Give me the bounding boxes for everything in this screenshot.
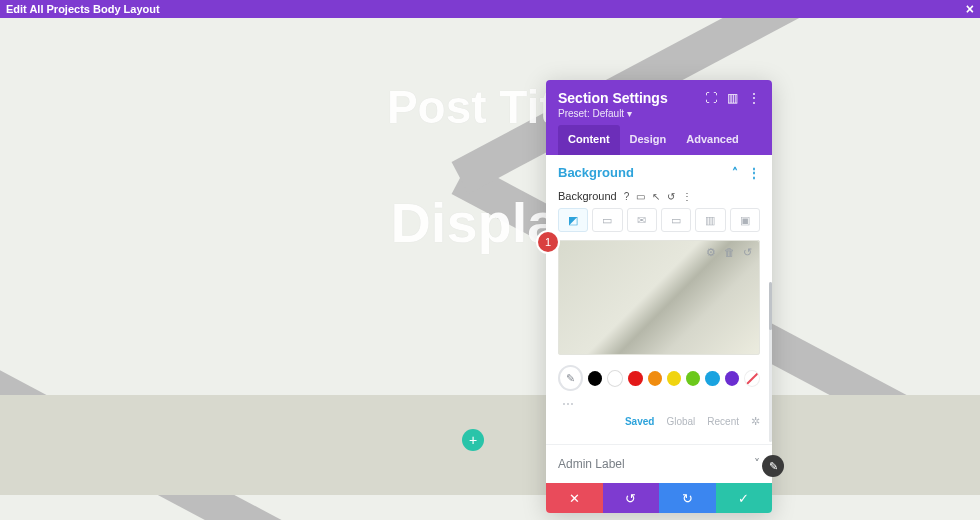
reset-icon[interactable]: ↺ [667,191,675,202]
panel-close-button[interactable]: ✕ [546,483,603,513]
top-bar: Edit All Projects Body Layout × [0,0,980,18]
swatch-blue[interactable] [705,371,719,386]
palette-tab-saved[interactable]: Saved [625,416,654,427]
swatch-green[interactable] [686,371,700,386]
admin-label-title: Admin Label [558,457,625,471]
swatch-none[interactable] [744,370,760,387]
tab-advanced[interactable]: Advanced [676,125,749,155]
palette-more-icon[interactable]: ⋯ [562,397,760,411]
panel-undo-button[interactable]: ↺ [603,483,660,513]
topbar-title: Edit All Projects Body Layout [6,3,160,15]
color-palette: ✎ [558,365,760,391]
panel-title: Section Settings [558,90,668,106]
preset-dropdown[interactable]: Preset: Default ▾ [558,108,760,119]
preview-revert-icon[interactable]: ↺ [743,246,752,259]
palette-settings-icon[interactable]: ✲ [751,415,760,428]
swatch-black[interactable] [588,371,602,386]
palette-tab-recent[interactable]: Recent [707,416,739,427]
bg-tab-image[interactable]: ✉ [627,208,657,232]
help-icon[interactable]: ? [624,191,630,202]
swatch-orange[interactable] [648,371,662,386]
swatch-purple[interactable] [725,371,739,386]
bg-tab-mask[interactable]: ▣ [730,208,760,232]
annotation-badge-1: 1 [538,232,558,252]
preview-gear-icon[interactable]: ⚙ [706,246,716,259]
panel-scrollbar[interactable] [769,282,772,442]
section-menu-icon[interactable]: ⋮ [748,166,760,180]
expand-icon[interactable]: ⛶ [705,91,717,105]
add-section-button[interactable]: + [462,429,484,451]
panel-redo-button[interactable]: ↻ [659,483,716,513]
swatch-yellow[interactable] [667,371,681,386]
collapse-icon[interactable]: ˄ [732,166,738,180]
bg-tab-video[interactable]: ▭ [661,208,691,232]
background-section-title[interactable]: Background [558,165,634,180]
background-preview[interactable]: ⚙ 🗑 ↺ [558,240,760,355]
bg-tab-color[interactable]: ◩ [558,208,588,232]
panel-save-button[interactable]: ✓ [716,483,773,513]
preview-trash-icon[interactable]: 🗑 [724,246,735,259]
bg-tab-pattern[interactable]: ▥ [695,208,725,232]
tab-design[interactable]: Design [620,125,677,155]
tab-content[interactable]: Content [558,125,620,155]
hover-icon[interactable]: ↖ [652,191,660,202]
swatch-red[interactable] [628,371,642,386]
edit-toggle-button[interactable]: ✎ [762,455,784,477]
field-more-icon[interactable]: ⋮ [682,191,692,202]
palette-tab-global[interactable]: Global [666,416,695,427]
swatch-white[interactable] [607,370,623,387]
columns-icon[interactable]: ▥ [727,91,738,105]
bg-tab-gradient[interactable]: ▭ [592,208,622,232]
admin-label-section[interactable]: Admin Label ˅ [546,444,772,483]
responsive-icon[interactable]: ▭ [636,191,645,202]
hero-line-2: Display [0,190,980,255]
chevron-down-icon: ˅ [754,457,760,471]
background-field-label: Background [558,190,617,202]
topbar-close-icon[interactable]: × [966,2,974,16]
hero-line-1: Post Title [0,80,980,134]
eyedropper-button[interactable]: ✎ [558,365,583,391]
more-icon[interactable]: ⋮ [748,91,760,105]
settings-panel: Section Settings ⛶ ▥ ⋮ Preset: Default ▾… [546,80,772,513]
